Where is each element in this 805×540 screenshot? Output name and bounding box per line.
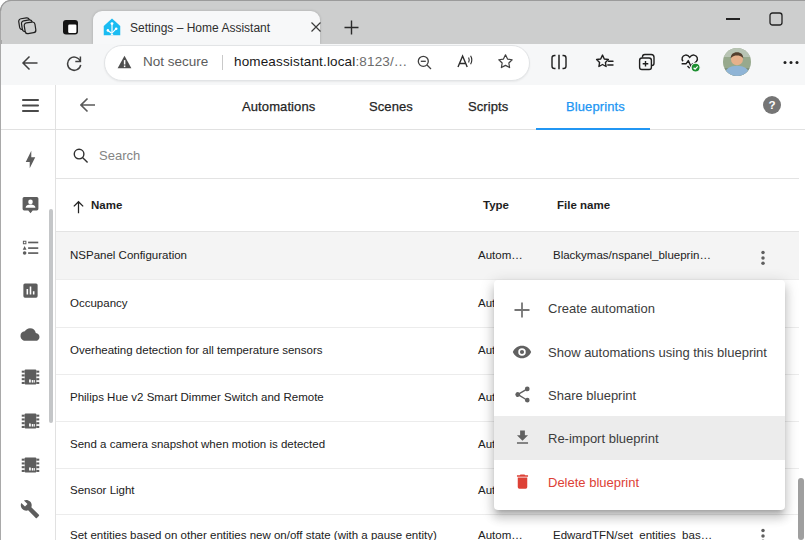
svg-text:?: ? (768, 98, 775, 111)
